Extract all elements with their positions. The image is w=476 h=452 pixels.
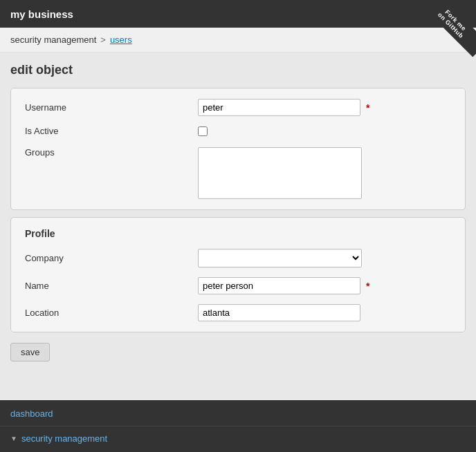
username-row: Username * [25,99,451,116]
breadcrumb: security management > users [0,28,476,53]
company-row: Company [25,249,451,267]
app-header: my business Fork meon GitHub [0,0,476,28]
username-label: Username [25,102,198,113]
groups-row: Groups [25,146,451,199]
company-select[interactable] [198,249,362,267]
github-ribbon[interactable]: Fork meon GitHub [414,0,476,62]
username-input[interactable] [198,99,360,116]
location-label: Location [25,308,198,318]
company-label: Company [25,253,198,263]
name-required: * [366,281,369,292]
dashboard-link[interactable]: dashboard [10,408,53,419]
footer-security-section: ▼ security management [0,426,476,452]
username-field: * [198,99,451,116]
security-management-link[interactable]: security management [21,433,107,444]
isactive-row: Is Active [25,126,451,136]
breadcrumb-current[interactable]: users [110,35,132,45]
save-button[interactable]: save [10,343,50,361]
breadcrumb-home[interactable]: security management [10,35,96,45]
isactive-checkbox[interactable] [198,126,208,136]
footer: dashboard ▼ security management [0,400,476,452]
groups-select[interactable] [198,147,362,199]
username-required: * [366,102,369,113]
breadcrumb-separator: > [100,35,106,45]
isactive-label: Is Active [25,126,198,136]
location-input[interactable] [198,304,360,321]
profile-section-title: Profile [25,228,451,239]
location-row: Location [25,304,451,321]
company-field [198,249,451,267]
triangle-icon: ▼ [10,435,17,442]
name-row: Name * [25,277,451,294]
main-content: edit object Username * Is Active Groups [0,53,476,372]
name-input[interactable] [198,277,360,294]
profile-card: Profile Company Name * Location [10,217,466,332]
groups-label: Groups [25,147,198,158]
name-label: Name [25,281,198,291]
app-title: my business [10,8,73,20]
location-field [198,304,451,321]
footer-dashboard: dashboard [0,400,476,426]
groups-field [198,147,451,199]
page-title: edit object [10,63,466,77]
ribbon-text: Fork meon GitHub [419,0,476,57]
isactive-field [198,126,451,136]
object-form-card: Username * Is Active Groups [10,88,466,210]
name-field: * [198,277,451,294]
